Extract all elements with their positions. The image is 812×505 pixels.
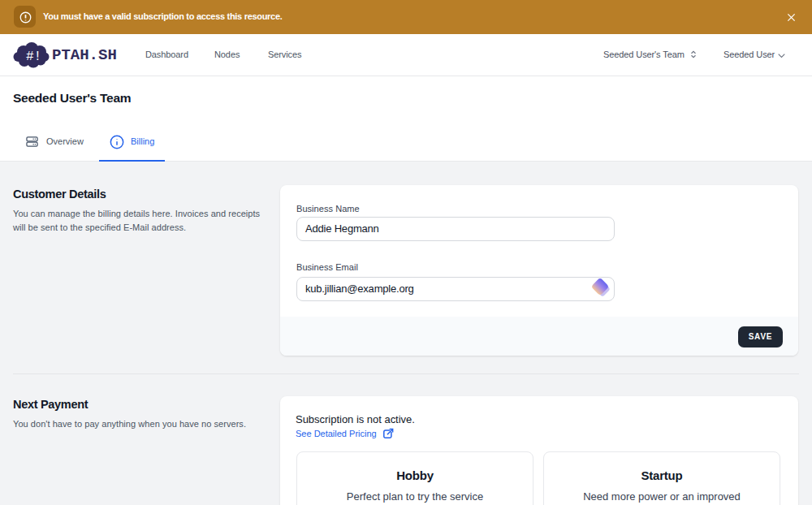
svg-text:#!: #! xyxy=(26,50,41,64)
